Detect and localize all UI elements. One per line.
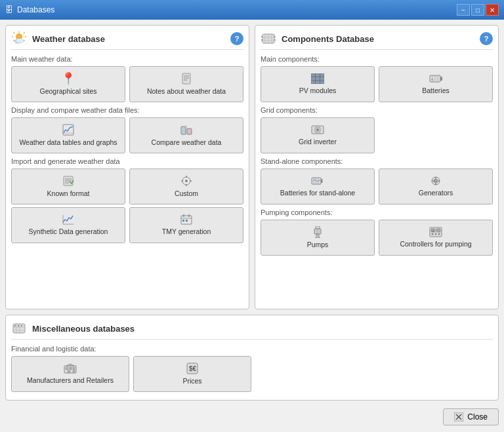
window-close-button[interactable]: ✕ <box>486 4 499 16</box>
weather-panel-title: Weather database <box>32 34 105 44</box>
prices-icon: $€ <box>186 363 198 374</box>
custom-icon <box>180 175 192 187</box>
svg-text:G: G <box>434 179 438 183</box>
weather-help-button[interactable]: ? <box>230 32 243 45</box>
svg-rect-9 <box>181 127 186 134</box>
weather-section-label-1: Display and compare weather data files: <box>11 106 243 114</box>
compare-label: Compare weather data <box>152 138 222 147</box>
misc-panel-title: Miscellaneous databases <box>32 324 135 334</box>
components-panel-title: Components Database <box>282 34 374 44</box>
weather-section-label-0: Main weather data: <box>11 55 243 63</box>
inverter-icon: ⚡ <box>311 125 324 135</box>
title-bar: 🗄 Databases − □ ✕ <box>0 0 504 20</box>
batteries-label: Batteries <box>422 87 449 96</box>
pumps-label: Pumps <box>307 241 329 250</box>
comp-section-label-3: Pumping components: <box>261 208 493 216</box>
tmy-gen-button[interactable]: TMY generation <box>129 207 243 243</box>
weather-btn-row-2: Known format Custom <box>11 168 243 205</box>
svg-text:$€: $€ <box>189 365 197 372</box>
tables-icon <box>62 124 74 136</box>
geo-icon: 📍 <box>61 73 75 85</box>
custom-label: Custom <box>175 189 198 199</box>
svg-rect-83 <box>14 325 16 326</box>
weather-tables-button[interactable]: Weather data tables and graphs <box>11 117 125 153</box>
stand-alone-button[interactable]: Batteries for stand-alone <box>261 168 375 205</box>
svg-rect-3 <box>182 73 190 84</box>
comp-section-label-2: Stand-alone components: <box>261 157 493 165</box>
minimize-button[interactable]: − <box>457 4 470 16</box>
components-title-group: Components Database <box>261 31 374 47</box>
title-bar-title: Databases <box>17 5 54 14</box>
svg-rect-73 <box>436 229 440 232</box>
misc-title-group: Miscellaneous databases <box>11 321 135 336</box>
pump-icon <box>312 226 323 238</box>
mfr-label: Manufacturers and Retailers <box>27 376 114 385</box>
inverter-label: Grid inverter <box>299 138 337 147</box>
comp-btn-row-2: Batteries for stand-alone G <box>261 168 493 205</box>
synthetic-icon <box>62 214 74 225</box>
batteries-button[interactable]: + Batteries <box>379 66 493 102</box>
known-format-button[interactable]: Known format <box>11 168 125 205</box>
comp-btn-row-0: PV modules + Batteries <box>261 66 493 102</box>
prices-label: Prices <box>182 377 201 386</box>
svg-point-76 <box>438 233 440 235</box>
tmy-label: TMY generation <box>162 227 211 237</box>
components-help-button[interactable]: ? <box>480 32 493 45</box>
pv-modules-button[interactable]: PV modules <box>261 66 375 102</box>
misc-panel-header: Miscellaneous databases <box>11 321 493 340</box>
main-content: Weather database ? Main weather data: 📍 … <box>0 20 504 432</box>
weather-btn-row-0: 📍 Geographical sites Notes about weather… <box>11 66 243 102</box>
known-format-icon <box>62 175 74 187</box>
svg-rect-90 <box>73 367 75 373</box>
geo-label: Geographical sites <box>40 87 97 96</box>
notes-icon <box>180 73 192 85</box>
close-button[interactable]: Close <box>443 408 499 425</box>
svg-rect-88 <box>66 367 68 370</box>
geographical-sites-button[interactable]: 📍 Geographical sites <box>11 66 125 102</box>
custom-button[interactable]: Custom <box>129 168 243 205</box>
weather-btn-row-3: Synthetic Data generation TMY gene <box>11 207 243 243</box>
bottom-bar: Close <box>5 406 499 427</box>
svg-rect-28 <box>182 220 184 222</box>
comp-btn-row-1: ⚡ Grid inverter <box>261 117 493 153</box>
grid-inverter-button[interactable]: ⚡ Grid inverter <box>261 117 375 153</box>
components-panel-header: Components Database ? <box>261 31 493 50</box>
close-label: Close <box>467 412 488 422</box>
mfr-icon <box>64 363 77 374</box>
tmy-icon <box>180 214 192 225</box>
svg-text:+: + <box>431 77 433 81</box>
compare-weather-button[interactable]: Compare weather data <box>129 117 243 153</box>
pv-label: PV modules <box>299 87 337 96</box>
maximize-button[interactable]: □ <box>471 4 484 16</box>
title-bar-icon: 🗄 <box>5 5 13 14</box>
svg-rect-68 <box>316 226 320 229</box>
svg-rect-85 <box>21 325 22 326</box>
controllers-pumping-button[interactable]: ➔ Controllers for pumping <box>379 220 493 256</box>
notes-label: Notes about weather data <box>147 87 226 96</box>
title-bar-left: 🗄 Databases <box>5 5 54 14</box>
compare-icon <box>180 124 192 136</box>
generators-button[interactable]: G Generators <box>379 168 493 205</box>
weather-section-label-2: Import and generate weather data <box>11 157 243 165</box>
pumps-button[interactable]: Pumps <box>261 220 375 256</box>
svg-point-2 <box>16 39 24 43</box>
top-row: Weather database ? Main weather data: 📍 … <box>5 25 499 309</box>
svg-rect-40 <box>311 73 324 84</box>
pv-icon <box>311 73 324 84</box>
weather-panel-header: Weather database ? <box>11 31 243 50</box>
comp-section-label-0: Main components: <box>261 55 493 63</box>
svg-point-75 <box>435 233 437 235</box>
manufacturers-button[interactable]: Manufacturers and Retailers <box>11 356 129 392</box>
svg-rect-29 <box>186 220 188 222</box>
svg-rect-84 <box>18 325 19 326</box>
misc-btn-row: Manufacturers and Retailers $€ Prices <box>11 356 493 392</box>
weather-title-group: Weather database <box>11 31 105 47</box>
svg-rect-89 <box>70 367 72 370</box>
notes-weather-button[interactable]: Notes about weather data <box>129 66 243 102</box>
ctrl-pump-label: Controllers for pumping <box>400 240 471 249</box>
synthetic-data-button[interactable]: Synthetic Data generation <box>11 207 125 243</box>
prices-button[interactable]: $€ Prices <box>133 356 251 392</box>
svg-rect-57 <box>321 179 323 183</box>
svg-rect-46 <box>440 77 442 81</box>
known-format-label: Known format <box>47 189 90 199</box>
